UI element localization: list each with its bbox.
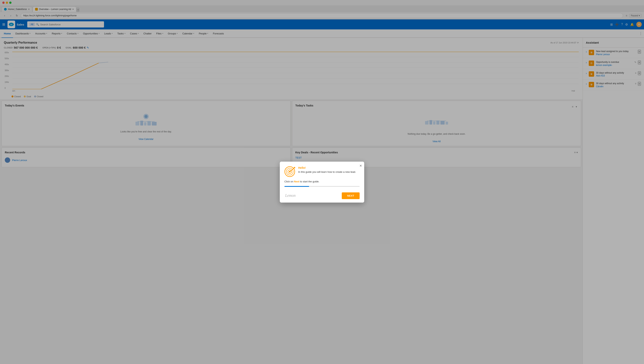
next-button[interactable]: NEXT: [342, 192, 360, 199]
modal-hello: Hello!: [298, 166, 360, 169]
modal-progress-bar: [284, 186, 360, 187]
modal-content: Hello! In this guide you will learn how …: [298, 166, 360, 174]
modal-progress-fill: [284, 186, 309, 187]
target-icon: [284, 166, 295, 177]
modal-click-instruction: Click on Next to start the guide.: [284, 180, 360, 183]
svg-text:Lemon: Lemon: [285, 193, 296, 198]
modal-overlay: ✕ Hello! In this gu: [0, 0, 644, 364]
modal-footer: Lemon NEXT: [280, 190, 364, 203]
lemon-logo: Lemon: [284, 192, 300, 200]
modal-description: In this guide you will learn how to crea…: [298, 170, 360, 174]
lemon-learning-modal: ✕ Hello! In this gu: [280, 162, 364, 203]
modal-close-button[interactable]: ✕: [360, 164, 362, 167]
